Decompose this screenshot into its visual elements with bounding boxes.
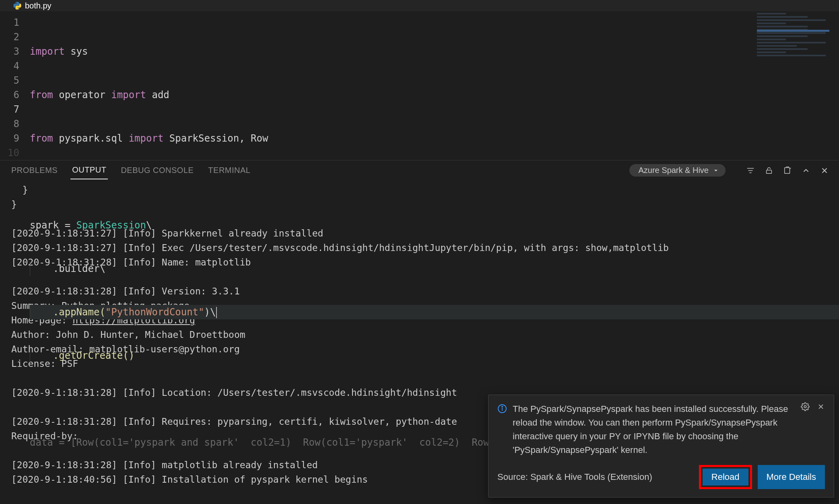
editor-tab-bar: both.py — [0, 0, 839, 11]
gear-icon[interactable] — [801, 402, 810, 411]
token: add — [146, 89, 169, 101]
reload-button[interactable]: Reload — [703, 469, 748, 485]
line-number: 8 — [0, 117, 19, 131]
svg-point-4 — [502, 406, 503, 407]
kw-from: from — [30, 89, 53, 101]
cursor — [216, 307, 217, 318]
line-number-gutter: 1 2 3 4 5 6 7 8 9 10 — [0, 11, 30, 160]
close-icon[interactable] — [817, 403, 825, 411]
kw-from: from — [30, 133, 53, 144]
line-number: 1 — [0, 15, 19, 30]
svg-point-5 — [804, 405, 806, 408]
line-number: 4 — [0, 59, 19, 73]
token: SparkSession, Row — [163, 133, 268, 144]
token: .builder — [53, 263, 100, 274]
tab-both-py[interactable]: both.py — [7, 0, 57, 12]
minimap[interactable] — [757, 11, 829, 72]
token: sys — [65, 46, 88, 57]
token: \ — [99, 263, 105, 274]
output-channel-label: Azure Spark & Hive — [638, 166, 709, 175]
more-details-button[interactable]: More Details — [758, 465, 825, 489]
notification-message: The PySpark/SynapsePyspark has been inst… — [513, 402, 795, 457]
notification-toast: The PySpark/SynapsePyspark has been inst… — [488, 395, 834, 498]
token: \ — [146, 220, 152, 231]
line-number: 3 — [0, 44, 19, 59]
line-number: 6 — [0, 88, 19, 102]
highlight-box: Reload — [699, 465, 752, 489]
line-number: 2 — [0, 30, 19, 44]
token: ) — [204, 307, 210, 318]
token: \ — [210, 307, 216, 318]
chevron-down-icon — [713, 167, 719, 174]
line-number: 9 — [0, 131, 19, 146]
kw-import: import — [30, 46, 65, 57]
notification-source: Source: Spark & Hive Tools (Extension) — [497, 470, 699, 484]
token: pyspark.sql — [53, 133, 129, 144]
code-content[interactable]: import sys from operator import add from… — [30, 11, 839, 160]
token-class: SparkSession — [76, 220, 146, 231]
token-fn: .getOrCreate() — [53, 350, 134, 361]
tab-label: both.py — [25, 1, 52, 10]
python-file-icon — [13, 1, 22, 10]
code-editor[interactable]: 1 2 3 4 5 6 7 8 9 10 import sys from ope… — [0, 11, 839, 160]
line-number: 10 — [0, 146, 19, 160]
token: spark = — [30, 220, 76, 231]
kw-import: import — [129, 133, 164, 144]
line-number: 5 — [0, 73, 19, 88]
token: operator — [53, 89, 111, 101]
line-number: 7 — [0, 102, 19, 117]
token-str: "PythonWordCount" — [105, 307, 204, 318]
output-channel-select[interactable]: Azure Spark & Hive — [629, 164, 726, 177]
kw-import: import — [111, 89, 146, 101]
token-fn: .appName( — [53, 307, 105, 318]
info-icon — [497, 404, 507, 413]
